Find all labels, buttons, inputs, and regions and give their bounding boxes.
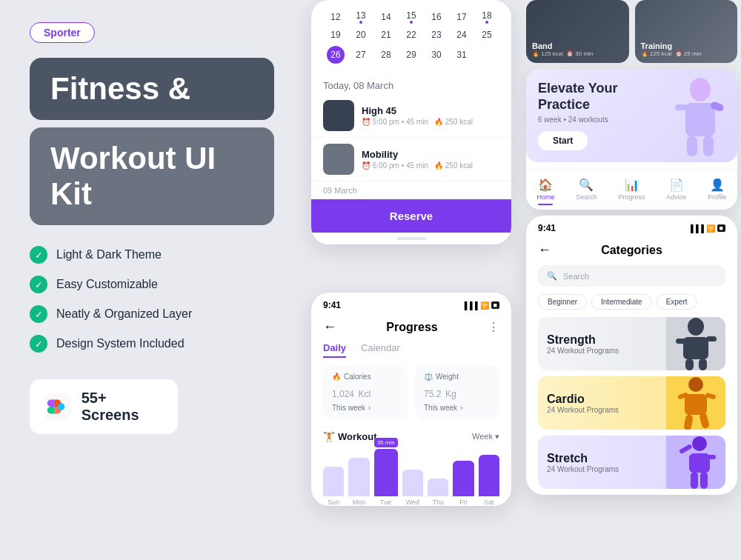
profile-icon: 👤: [710, 178, 725, 192]
phone-progress-header: ← Progress ⋮: [311, 315, 511, 342]
workout-item-1: High 45 ⏰ 5:00 pm • 45 min 🔥 250 kcal: [311, 94, 511, 138]
feature-list: ✓ Light & Dark Theme ✓ Easy Customizable…: [30, 246, 274, 353]
stretch-sub: 24 Workout Programs: [547, 465, 619, 473]
workout-thumb-2: [323, 144, 354, 175]
bar-mon-label: Mon: [353, 499, 366, 506]
cal-date-today[interactable]: 26: [323, 43, 348, 67]
category-stretch[interactable]: Stretch 24 Workout Programs: [538, 436, 725, 489]
tab-calendar[interactable]: Calendar: [361, 342, 400, 358]
svg-rect-3: [685, 103, 715, 136]
status-icons: ▐▐▐ 🛜 ■: [462, 301, 499, 310]
chip-expert[interactable]: Expert: [657, 294, 697, 310]
workout-section-header: 🏋️ Workout Week ▾: [311, 427, 511, 447]
search-icon-sm: 🔍: [547, 271, 557, 281]
categories-back-button[interactable]: ←: [538, 242, 551, 258]
small-card-title-2: Training: [641, 41, 732, 50]
progress-phone: 9:41 ▐▐▐ 🛜 ■ ← Progress ⋮ Daily Calendar…: [311, 293, 511, 506]
cal-date: 25: [474, 27, 499, 43]
cardio-sub: 24 Workout Programs: [547, 406, 619, 414]
feature-item-4: ✓ Design System Included: [30, 335, 274, 353]
nav-profile[interactable]: 👤 Profile: [708, 178, 727, 205]
svg-rect-18: [683, 414, 693, 430]
cal-date: 31: [449, 43, 474, 67]
check-icon-2: ✓: [30, 276, 47, 293]
feature-item-3: ✓ Neatly & Organized Layer: [30, 305, 274, 323]
svg-rect-9: [683, 337, 708, 359]
bar-tue: 35 min Tue: [374, 438, 398, 506]
categories-status-icons: ▐▐▐ 🛜 ■: [688, 224, 725, 233]
categories-status-bar: 9:41 ▐▐▐ 🛜 ■: [526, 216, 737, 238]
svg-point-8: [688, 318, 704, 336]
cal-date: [474, 43, 499, 67]
category-cardio-info: Cardio 24 Workout Programs: [538, 393, 628, 414]
bar-tue-bar: [374, 449, 398, 496]
calendar-phone: 12 13 14 15 16 17 18 19 20 21 22 23: [311, 0, 511, 244]
cal-date: 20: [348, 27, 373, 43]
elevate-person-image: [663, 69, 737, 162]
chip-intermediate[interactable]: Intermediate: [591, 294, 652, 310]
svg-rect-13: [699, 359, 707, 370]
small-card-overlay-1: Band 🔥 125 kcal ⏰ 30 min: [526, 0, 629, 63]
stats-row: 🔥 Calories 1,024 Kcl This week › ⚖️ Weig…: [311, 365, 511, 427]
calendar-grid: 12 13 14 15 16 17 18 19 20 21 22 23: [323, 7, 499, 67]
screens-badge: 55+ Screens: [30, 379, 178, 434]
cal-date: 23: [424, 27, 449, 43]
bar-fri-label: Fri: [459, 499, 468, 506]
bar-sat: Sat: [479, 455, 499, 506]
reserve-button[interactable]: Reserve: [311, 199, 511, 233]
cal-date: 19: [323, 27, 348, 43]
category-cardio[interactable]: Cardio 24 Workout Programs: [538, 376, 725, 430]
bar-chart: Sun Mon 35 min Tue Wed Thu: [311, 447, 511, 506]
calories-week: This week ›: [332, 404, 399, 412]
bar-tue-label: Tue: [380, 499, 391, 506]
bar-fri: Fri: [453, 461, 473, 506]
nav-home[interactable]: 🏠 Home: [536, 178, 554, 205]
nav-advice[interactable]: 📄 Advice: [666, 178, 686, 205]
cal-date: 29: [399, 43, 424, 67]
bar-thu: Thu: [428, 479, 448, 506]
feature-item-1: ✓ Light & Dark Theme: [30, 246, 274, 264]
nav-search[interactable]: 🔍 Search: [576, 178, 597, 205]
cal-date: 13: [348, 7, 373, 27]
strength-sub: 24 Workout Programs: [547, 347, 619, 355]
svg-point-14: [688, 377, 703, 392]
chip-beginner[interactable]: Beginner: [538, 294, 587, 310]
bar-sat-label: Sat: [484, 499, 494, 506]
dots-menu[interactable]: ⋮: [488, 320, 499, 334]
right-section: Band 🔥 125 kcal ⏰ 30 min Training 🔥 125 …: [526, 0, 737, 495]
screens-count-label: 55+ Screens: [82, 390, 163, 424]
strength-person: [666, 317, 725, 370]
cal-date: 28: [373, 43, 399, 67]
category-strength-info: Strength 24 Workout Programs: [538, 333, 628, 355]
svg-rect-23: [705, 455, 716, 459]
cardio-title: Cardio: [547, 393, 619, 406]
week-dropdown[interactable]: Week ▾: [472, 432, 499, 441]
bar-sun-label: Sun: [328, 499, 339, 506]
progress-icon: 📊: [625, 178, 639, 192]
bar-sun: Sun: [323, 467, 344, 506]
weight-stat: ⚖️ Weight 75.2 Kg This week ›: [415, 365, 499, 419]
tab-daily[interactable]: Daily: [323, 342, 346, 358]
category-strength[interactable]: Strength 24 Workout Programs: [538, 317, 725, 370]
back-button[interactable]: ←: [323, 319, 336, 335]
progress-tabs: Daily Calendar: [311, 342, 511, 365]
weight-week: This week ›: [424, 404, 491, 412]
feature-item-2: ✓ Easy Customizable: [30, 276, 274, 293]
svg-point-20: [692, 436, 707, 451]
nav-search-label: Search: [576, 193, 597, 201]
stretch-person: [666, 436, 725, 489]
bar-tooltip: 35 min: [374, 438, 398, 447]
category-stretch-info: Stretch 24 Workout Programs: [538, 452, 628, 473]
workout-info-1: High 45 ⏰ 5:00 pm • 45 min 🔥 250 kcal: [362, 105, 473, 126]
nav-progress[interactable]: 📊 Progress: [619, 178, 645, 205]
cal-date: 12: [323, 7, 348, 27]
start-button[interactable]: Start: [538, 131, 588, 150]
workout-section-title: 🏋️ Workout: [323, 431, 376, 442]
bar-wed-label: Wed: [406, 499, 419, 506]
cal-date: 30: [424, 43, 449, 67]
cal-date: 17: [449, 7, 474, 27]
small-card-meta-1: 🔥 125 kcal ⏰ 30 min: [532, 50, 623, 57]
advice-icon: 📄: [669, 178, 684, 192]
search-placeholder: Search: [563, 272, 589, 281]
search-bar[interactable]: 🔍 Search: [538, 265, 725, 287]
